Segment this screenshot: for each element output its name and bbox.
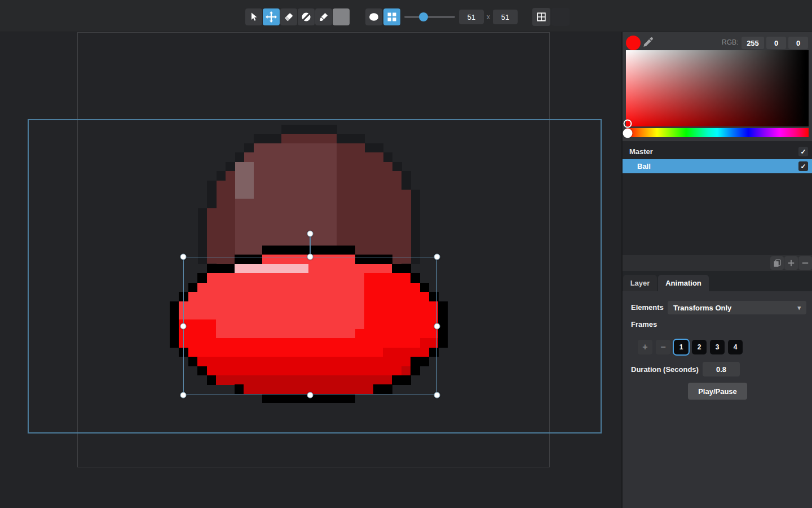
rgb-r-input[interactable]: 255 <box>742 37 764 49</box>
frame-button-1[interactable]: 1 <box>674 340 689 354</box>
rgb-b-input[interactable]: 0 <box>788 37 808 49</box>
cursor-icon <box>248 11 259 23</box>
move-tool-button[interactable] <box>263 8 280 25</box>
ink-tool-button[interactable] <box>298 8 315 25</box>
grid-toggle-button[interactable] <box>532 8 550 26</box>
selection-handle-bottom-center[interactable] <box>307 392 313 398</box>
selection-handle-middle-left[interactable] <box>180 323 186 329</box>
eyedropper-icon <box>642 36 654 49</box>
selection-handle-bottom-right[interactable] <box>434 392 440 398</box>
play-pause-button[interactable]: Play/Pause <box>688 383 747 400</box>
elements-dropdown[interactable]: Transforms Only ▾ <box>668 301 806 314</box>
panel-tabs: LayerAnimation <box>623 271 812 291</box>
duration-input[interactable]: 0.8 <box>703 362 740 376</box>
duration-label: Duration (Seconds) <box>631 365 699 374</box>
tab-layer[interactable]: Layer <box>623 275 657 291</box>
selection-handle-middle-right[interactable] <box>434 323 440 329</box>
selection-rect <box>183 257 438 395</box>
eraser-tool-button[interactable] <box>280 8 297 25</box>
selection-handle-bottom-left[interactable] <box>180 392 186 398</box>
selection-handle-top-center[interactable] <box>307 254 313 260</box>
eraser-icon <box>283 11 294 23</box>
elements-label: Elements <box>631 303 664 312</box>
canvas-height-input[interactable]: 51 <box>493 10 518 24</box>
app-window: 51 x 51 RGB: 255 0 <box>0 0 812 508</box>
ink-icon <box>301 11 312 23</box>
layer-row-ball[interactable]: Ball✓ <box>623 159 812 173</box>
layer-visibility-checkbox[interactable]: ✓ <box>798 147 808 156</box>
grid-secondary-toggle-button[interactable] <box>551 8 570 26</box>
ellipse-icon <box>368 11 379 23</box>
add-layer-button[interactable] <box>784 256 798 270</box>
plus-icon <box>787 259 796 268</box>
layer-row-master[interactable]: Master✓ <box>623 144 812 159</box>
selection-handle-top-right[interactable] <box>434 254 440 260</box>
ellipse-tool-button[interactable] <box>365 8 382 25</box>
secondary-color-swatch[interactable] <box>333 8 350 25</box>
frames-label: Frames <box>631 320 657 329</box>
slider-knob[interactable] <box>419 12 428 21</box>
pixel-pattern-tool-button[interactable] <box>383 8 400 25</box>
frame-button-3[interactable]: 3 <box>710 340 725 354</box>
size-separator: x <box>484 10 492 24</box>
layer-visibility-checkbox[interactable]: ✓ <box>798 161 808 171</box>
animation-tab-content: Elements Transforms Only ▾ Frames + − 12… <box>623 291 812 508</box>
frame-button-4[interactable]: 4 <box>728 340 743 354</box>
toolbar: 51 x 51 <box>0 0 812 32</box>
move-icon <box>265 11 277 23</box>
hue-knob[interactable] <box>623 129 633 138</box>
pixel-pattern-icon <box>386 11 398 23</box>
frame-buttons: 1234 <box>674 340 743 354</box>
add-frame-button[interactable]: + <box>638 340 652 354</box>
right-panel: RGB: 255 0 0 Master✓Ball✓ <box>621 32 812 508</box>
minus-icon <box>801 259 810 268</box>
layer-name: Ball <box>623 162 651 170</box>
brush-tool-button[interactable] <box>315 8 332 25</box>
tab-animation[interactable]: Animation <box>658 275 709 291</box>
canvas-width-input[interactable]: 51 <box>459 10 484 24</box>
remove-layer-button[interactable] <box>798 256 812 270</box>
remove-frame-button[interactable]: − <box>656 340 670 354</box>
frames-row: + − 1234 <box>638 340 743 354</box>
selection-handle-top-left[interactable] <box>180 254 186 260</box>
hue-slider[interactable] <box>626 128 809 137</box>
selection-rotation-handle[interactable] <box>307 231 313 237</box>
frame-button-2[interactable]: 2 <box>692 340 707 354</box>
layer-name: Master <box>623 147 653 156</box>
elements-dropdown-value: Transforms Only <box>673 304 731 312</box>
current-color-swatch[interactable] <box>626 36 641 50</box>
rgb-g-input[interactable]: 0 <box>766 37 786 49</box>
brush-icon <box>318 11 329 23</box>
gradient-selector-ring[interactable] <box>624 120 632 128</box>
canvas-surface[interactable] <box>0 32 621 508</box>
color-picker-section: RGB: 255 0 0 <box>623 32 812 141</box>
duplicate-icon <box>772 258 782 268</box>
saturation-value-gradient[interactable] <box>626 50 809 126</box>
brush-size-slider[interactable] <box>404 16 455 18</box>
chevron-down-icon: ▾ <box>797 304 801 312</box>
rgb-label: RGB: <box>722 38 741 46</box>
eyedropper-button[interactable] <box>642 36 654 49</box>
layers-list: Master✓Ball✓ <box>623 141 812 255</box>
duplicate-layer-button[interactable] <box>770 256 784 270</box>
cursor-tool-button[interactable] <box>245 8 262 25</box>
grid-icon <box>536 11 547 23</box>
layer-list-toolbar <box>623 255 812 271</box>
